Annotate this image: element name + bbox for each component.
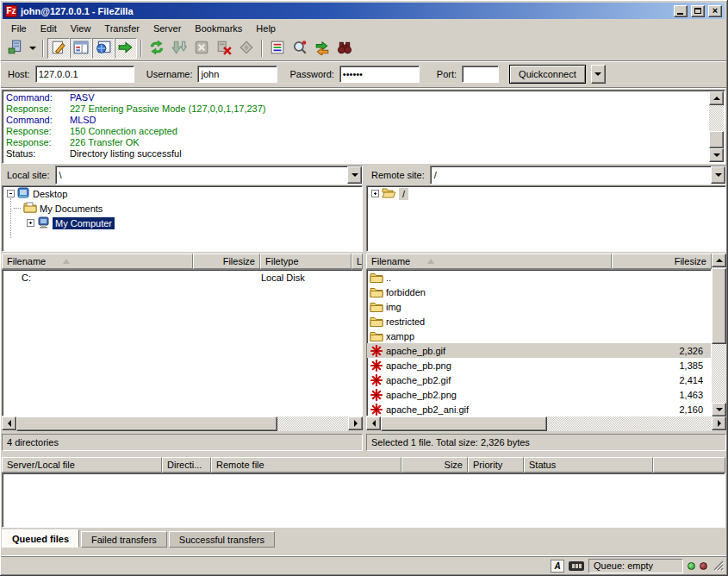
menu-item[interactable]: Server — [146, 22, 188, 34]
log-scrollbar[interactable] — [709, 91, 724, 162]
local-site-combo[interactable]: \ — [55, 166, 363, 185]
column-header-server-local-file[interactable]: Server/Local file — [2, 457, 162, 473]
file-row[interactable]: C: Local Disk — [3, 270, 362, 285]
file-row[interactable]: apache_pb2.gif 2,414 — [367, 373, 711, 387]
menu-item[interactable]: File — [4, 22, 34, 34]
site-manager-dropdown[interactable] — [27, 38, 39, 59]
queue-list[interactable] — [2, 473, 725, 528]
scroll-track[interactable] — [381, 416, 712, 431]
scroll-thumb[interactable] — [712, 268, 726, 344]
tree-item-desktop[interactable]: Desktop — [3, 186, 362, 201]
scroll-down-button[interactable] — [709, 148, 724, 162]
file-size: 2,160 — [612, 404, 711, 415]
scroll-thumb[interactable] — [709, 131, 724, 148]
menu-item[interactable]: Transfer — [97, 22, 146, 34]
find-files-button[interactable] — [333, 38, 356, 59]
toggle-transfer-queue-button[interactable] — [115, 38, 137, 59]
scroll-track[interactable] — [16, 416, 348, 431]
file-row[interactable]: apache_pb2_ani.gif 2,160 — [367, 402, 711, 416]
scroll-right-button[interactable] — [712, 416, 726, 430]
toggle-local-tree-button[interactable] — [70, 38, 92, 59]
disconnect-button[interactable] — [213, 38, 235, 59]
reconnect-button[interactable] — [235, 38, 258, 59]
scroll-down-button[interactable] — [712, 403, 726, 416]
toggle-remote-tree-button[interactable] — [92, 38, 115, 59]
file-name: forbidden — [386, 287, 426, 297]
scroll-up-button[interactable] — [709, 91, 724, 105]
toggle-message-log-button[interactable] — [47, 38, 70, 59]
title-bar[interactable]: Fz john@127.0.0.1 - FileZilla × — [3, 3, 725, 19]
column-header-status[interactable]: Status — [524, 457, 653, 473]
tree-item-my-documents[interactable]: My Documents — [3, 201, 362, 216]
port-input[interactable] — [462, 66, 499, 83]
menu-item[interactable]: View — [64, 22, 98, 34]
refresh-button[interactable] — [146, 38, 168, 59]
file-type-icon — [370, 360, 383, 372]
local-horizontal-scrollbar[interactable] — [2, 416, 363, 431]
process-queue-button[interactable] — [168, 38, 190, 59]
column-header-last-modified[interactable]: L — [352, 254, 363, 269]
file-row[interactable]: restricted — [367, 314, 711, 329]
remote-list-header: Filename Filesize — [366, 254, 712, 269]
column-header-filename[interactable]: Filename — [366, 254, 612, 269]
tree-item-my-computer[interactable]: My Computer — [3, 216, 362, 230]
scroll-right-button[interactable] — [348, 416, 363, 430]
queue-tab[interactable]: Queued files — [2, 529, 79, 548]
column-label: Size — [445, 460, 463, 470]
menu-item[interactable]: Bookmarks — [188, 22, 249, 34]
file-row[interactable]: apache_pb.gif 2,326 — [367, 343, 711, 358]
local-site-dropdown[interactable] — [347, 166, 362, 184]
column-label: Filetype — [265, 256, 299, 266]
column-header-remote-file[interactable]: Remote file — [211, 457, 401, 473]
directory-listing-filters-button[interactable] — [266, 38, 289, 59]
cancel-operation-button[interactable] — [190, 38, 213, 59]
password-input[interactable]: •••••• — [339, 66, 420, 83]
resize-grip[interactable] — [712, 559, 724, 573]
file-type-icon — [370, 345, 383, 357]
column-header-filetype[interactable]: Filetype — [260, 254, 352, 269]
file-name-cell: C: — [3, 272, 194, 284]
close-button[interactable]: × — [708, 5, 722, 17]
remote-site-combo[interactable]: / — [430, 166, 726, 185]
scroll-left-button[interactable] — [366, 416, 381, 430]
file-row[interactable]: xampp — [367, 329, 711, 343]
file-row[interactable]: .. — [367, 270, 711, 285]
quickconnect-dropdown[interactable] — [591, 65, 606, 84]
expand-icon[interactable] — [371, 190, 379, 197]
column-header-filesize[interactable]: Filesize — [193, 254, 260, 269]
synchronized-browsing-button[interactable] — [311, 38, 333, 59]
collapse-icon[interactable] — [7, 190, 15, 197]
column-header-direction[interactable]: Directi... — [162, 457, 211, 473]
quickconnect-button[interactable]: Quickconnect — [509, 65, 586, 84]
file-row[interactable]: img — [367, 299, 711, 314]
remote-horizontal-scrollbar[interactable] — [366, 416, 726, 431]
column-header-filename[interactable]: Filename — [2, 254, 193, 269]
queue-tab[interactable]: Failed transfers — [81, 531, 167, 548]
maximize-button[interactable] — [691, 5, 705, 17]
file-row[interactable]: apache_pb.png 1,385 — [367, 358, 711, 373]
synchronized-browsing-icon — [314, 40, 330, 57]
file-name: restricted — [386, 316, 425, 327]
site-manager-button[interactable] — [4, 38, 27, 59]
menu-item[interactable]: Edit — [34, 22, 64, 34]
minimize-button[interactable] — [674, 5, 688, 17]
scroll-up-button[interactable] — [712, 254, 726, 267]
column-header-filesize[interactable]: Filesize — [612, 254, 712, 269]
column-header-priority[interactable]: Priority — [468, 457, 524, 473]
file-row[interactable]: apache_pb2.png 1,463 — [367, 387, 711, 402]
column-header-size[interactable]: Size — [401, 457, 468, 473]
directory-comparison-button[interactable] — [289, 38, 311, 59]
tree-item-root[interactable]: / — [367, 186, 725, 201]
remote-vertical-scrollbar[interactable] — [712, 254, 726, 416]
remote-site-dropdown[interactable] — [711, 166, 725, 184]
speed-limits-icon — [569, 561, 584, 571]
queue-tab[interactable]: Successful transfers — [169, 531, 275, 548]
username-input[interactable]: john — [197, 66, 277, 83]
file-row[interactable]: forbidden — [367, 285, 711, 299]
host-input[interactable]: 127.0.0.1 — [35, 66, 134, 83]
scroll-left-button[interactable] — [2, 416, 16, 430]
expand-icon[interactable] — [27, 219, 34, 227]
scroll-thumb[interactable] — [16, 416, 277, 431]
menu-item[interactable]: Help — [249, 22, 283, 34]
scroll-thumb[interactable] — [381, 416, 547, 431]
